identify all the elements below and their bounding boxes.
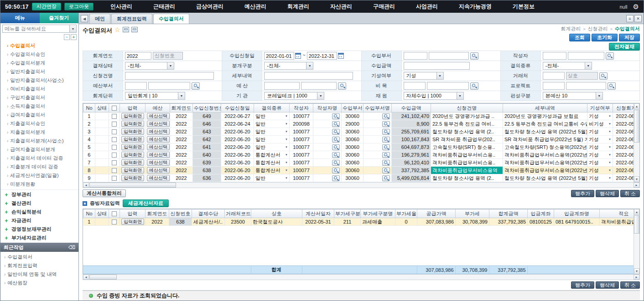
scrollbar-thumb[interactable] bbox=[634, 110, 639, 143]
income-date-to-input[interactable] bbox=[307, 52, 337, 60]
search-icon[interactable] bbox=[192, 82, 200, 90]
sidebar-menu-item[interactable]: › 지출분개 데이터 검증 bbox=[0, 163, 78, 171]
row-checkbox[interactable] bbox=[112, 122, 117, 127]
row-checkbox[interactable] bbox=[112, 168, 117, 173]
detail-input[interactable] bbox=[264, 72, 353, 80]
search-icon[interactable] bbox=[332, 168, 340, 173]
request-title-input[interactable] bbox=[125, 72, 214, 80]
calendar-icon[interactable] bbox=[295, 53, 301, 59]
search-button[interactable]: 조회 bbox=[569, 34, 590, 41]
completion-cell-select[interactable]: 기성▼ bbox=[589, 136, 611, 143]
journal-type-select[interactable]: -전체-▼ bbox=[264, 62, 313, 70]
sidebar-menu-item[interactable]: › 여비지출결의서 bbox=[0, 85, 78, 93]
sidebar-section-item[interactable]: + 장부관리 bbox=[0, 190, 78, 199]
input-screen-button[interactable]: 입력화면 bbox=[121, 121, 144, 127]
fiscal-year-input[interactable] bbox=[125, 52, 151, 60]
sidebar-menu-item[interactable]: › 미분개현황 bbox=[0, 180, 78, 189]
row-checkbox[interactable] bbox=[112, 145, 117, 150]
search-icon[interactable] bbox=[332, 121, 340, 127]
search-icon[interactable] bbox=[382, 129, 390, 135]
recent-work-item[interactable]: › 수입결의서 bbox=[0, 253, 78, 261]
tab-menu[interactable]: 메뉴 bbox=[0, 13, 40, 23]
row-checkbox[interactable] bbox=[112, 219, 117, 224]
decision-type-cell-select[interactable]: 일반▼ bbox=[255, 128, 288, 135]
top-menu-item[interactable]: 급상여관리 bbox=[196, 3, 223, 10]
search-icon[interactable] bbox=[332, 144, 340, 150]
completion-cell-select[interactable]: 기성▼ bbox=[589, 152, 611, 158]
select-all-checkbox[interactable] bbox=[112, 211, 117, 216]
sidebar-menu-item[interactable]: › 세금계산서연결(일괄) bbox=[0, 171, 78, 180]
search-icon[interactable] bbox=[338, 82, 346, 90]
search-icon[interactable] bbox=[382, 113, 390, 119]
budget-select-button[interactable]: 예산선택 bbox=[147, 167, 170, 173]
input-screen-button[interactable]: 입력화면 bbox=[121, 159, 144, 166]
sidebar-menu-item[interactable]: › 소득지출결의서 bbox=[0, 102, 78, 111]
scroll-up-icon[interactable]: ▴ bbox=[634, 103, 639, 109]
fund-select[interactable]: 자체수입 | 1000▼ bbox=[404, 92, 464, 100]
budget-dept-name-input[interactable] bbox=[148, 82, 190, 90]
row-checkbox[interactable] bbox=[112, 137, 117, 142]
search-icon[interactable] bbox=[608, 82, 616, 90]
recent-work-item[interactable]: › 일반이체 연동 및 내역 bbox=[0, 270, 78, 279]
completion-cell-select[interactable]: 기성▼ bbox=[589, 175, 611, 182]
scroll-up-icon[interactable]: ▴ bbox=[634, 209, 639, 215]
budget-select-button[interactable]: 예산선택 bbox=[147, 121, 170, 127]
scroll-right-icon[interactable]: ▸ bbox=[634, 275, 639, 280]
income-dept-code-input[interactable] bbox=[404, 52, 427, 60]
project-name-input[interactable] bbox=[566, 82, 606, 90]
tab-scroll-left-button[interactable]: ◀ bbox=[81, 15, 88, 22]
input-screen-button[interactable]: 입력화면 bbox=[121, 167, 144, 173]
project-code-input[interactable] bbox=[543, 82, 565, 90]
table-row[interactable]: 3 입력화면 예산선택 2022 643 2022-06-20 일반▼ bbox=[83, 128, 634, 136]
decision-type-cell-select[interactable]: 일반▼ bbox=[255, 136, 288, 143]
table-row[interactable]: 6 입력화면 예산선택 2022 640 2022-06-20 통합계산서▼ bbox=[83, 151, 634, 159]
sidebar-section-item[interactable]: + 부가세자료관리 bbox=[0, 234, 78, 242]
horizontal-scrollbar[interactable]: ◂ ▸ bbox=[83, 182, 640, 188]
budget-select-button[interactable]: 예산선택 bbox=[147, 152, 170, 158]
budget-select-button[interactable]: 예산선택 bbox=[147, 175, 170, 181]
completion-cell-select[interactable]: 기성▼ bbox=[589, 159, 611, 166]
favorite-star-icon[interactable]: ☆ bbox=[114, 26, 120, 33]
sidebar-section-item[interactable]: + 결산관리 bbox=[0, 199, 78, 208]
recent-work-item[interactable]: › 회계전표입력 bbox=[0, 261, 78, 270]
search-icon[interactable] bbox=[382, 152, 390, 158]
expand-plus-icon[interactable]: + bbox=[4, 192, 9, 198]
search-icon[interactable] bbox=[332, 175, 340, 181]
add-row-button[interactable]: 행추가 bbox=[571, 190, 594, 197]
search-icon[interactable] bbox=[382, 168, 390, 173]
expand-all-icon[interactable]: + bbox=[71, 34, 77, 40]
search-icon[interactable] bbox=[332, 129, 340, 135]
add-row-button[interactable]: 행추가 bbox=[571, 281, 594, 289]
approval-state-select[interactable]: -전체-▼ bbox=[125, 62, 174, 70]
input-screen-button[interactable]: 입력화면 bbox=[121, 219, 144, 225]
settings-gear-icon[interactable]: ⚙ bbox=[633, 3, 639, 11]
sidebar-section-item[interactable]: + 경영정보재무관리 bbox=[0, 225, 78, 234]
top-menu-item[interactable]: 기본정보 bbox=[513, 3, 535, 10]
recent-work-item[interactable]: › 예산원장 bbox=[0, 279, 78, 287]
completion-select[interactable]: 기성▼ bbox=[404, 72, 444, 80]
table-row[interactable]: 9 입력화면 예산선택 2022 636 2022-06-20 일반▼ bbox=[83, 174, 634, 182]
decision-type-cell-select[interactable]: 일반▼ bbox=[255, 113, 288, 120]
search-dropdown-icon[interactable]: ▼ bbox=[69, 25, 76, 32]
top-menu-item[interactable]: 회계관리 bbox=[287, 3, 309, 10]
expand-plus-icon[interactable]: + bbox=[4, 200, 9, 207]
completion-cell-select[interactable]: 기성▼ bbox=[589, 128, 611, 135]
completion-cell-select[interactable]: 비기성▼ bbox=[589, 121, 611, 128]
search-icon[interactable] bbox=[332, 152, 340, 158]
top-menu-item[interactable]: 지속가능경영 bbox=[459, 3, 492, 10]
sidebar-menu-item[interactable]: › 수입결의서 bbox=[0, 41, 78, 50]
logout-button[interactable]: 로그아웃 bbox=[64, 3, 93, 10]
horizontal-scrollbar[interactable]: ◂ ▸ bbox=[83, 274, 640, 280]
breadcrumb-item[interactable]: 회계관리 bbox=[561, 26, 581, 32]
budget-class-select[interactable]: 본예산 10▼ bbox=[543, 92, 603, 100]
table-row[interactable]: 1 입력화면 2022 638 세금계산서/.. 23500 한국철도공사 bbox=[83, 218, 634, 226]
sidebar-menu-item[interactable]: › 수입결의서분개 bbox=[0, 59, 78, 67]
sidebar-menu-item[interactable]: › 수입결의서승인 bbox=[0, 50, 78, 59]
extend-time-button[interactable]: 시간연장 bbox=[32, 3, 61, 10]
input-screen-button[interactable]: 입력화면 bbox=[121, 175, 144, 181]
request-no-input[interactable] bbox=[153, 52, 183, 60]
scroll-left-icon[interactable]: ◂ bbox=[83, 275, 89, 280]
search-icon[interactable] bbox=[332, 160, 340, 166]
table-row[interactable]: 2 입력화면 예산선택 2022 646 2022-06-24 일반▼ bbox=[83, 120, 634, 128]
budget-select-button[interactable]: 예산선택 bbox=[147, 159, 170, 166]
